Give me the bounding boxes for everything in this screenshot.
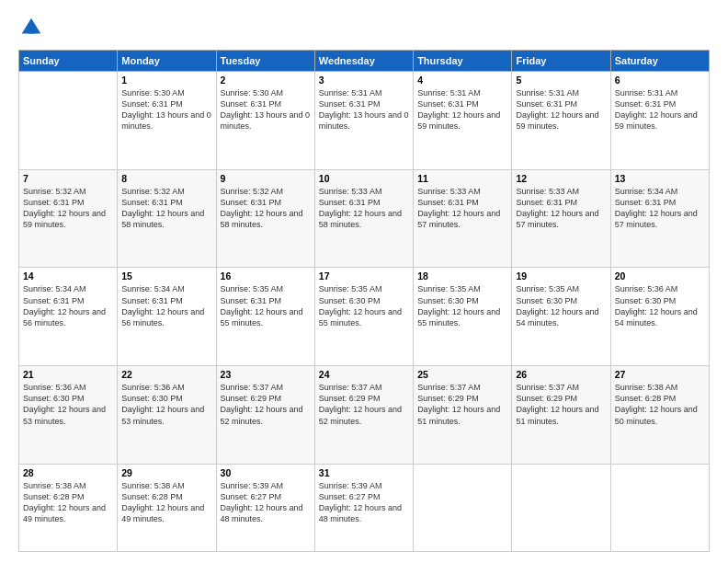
week-row: 28Sunrise: 5:38 AMSunset: 6:28 PMDayligh… — [19, 464, 710, 551]
day-info: Sunrise: 5:30 AMSunset: 6:31 PMDaylight:… — [121, 87, 211, 132]
day-info: Sunrise: 5:32 AMSunset: 6:31 PMDaylight:… — [23, 186, 113, 231]
day-cell: 14Sunrise: 5:34 AMSunset: 6:31 PMDayligh… — [19, 268, 118, 366]
day-number: 18 — [417, 270, 507, 282]
day-info: Sunrise: 5:35 AMSunset: 6:30 PMDaylight:… — [319, 283, 409, 328]
day-cell: 9Sunrise: 5:32 AMSunset: 6:31 PMDaylight… — [216, 169, 314, 268]
day-info: Sunrise: 5:38 AMSunset: 6:28 PMDaylight:… — [23, 480, 113, 525]
day-cell: 26Sunrise: 5:37 AMSunset: 6:29 PMDayligh… — [512, 366, 610, 465]
day-cell: 6Sunrise: 5:31 AMSunset: 6:31 PMDaylight… — [610, 72, 709, 170]
day-number: 10 — [319, 173, 409, 184]
day-header: Monday — [118, 51, 216, 72]
day-cell: 12Sunrise: 5:33 AMSunset: 6:31 PMDayligh… — [512, 169, 610, 268]
logo — [18, 15, 48, 40]
day-cell: 29Sunrise: 5:38 AMSunset: 6:28 PMDayligh… — [118, 464, 216, 551]
day-number: 22 — [121, 369, 211, 380]
week-row: 1Sunrise: 5:30 AMSunset: 6:31 PMDaylight… — [19, 72, 710, 170]
day-number: 4 — [417, 75, 507, 86]
day-info: Sunrise: 5:35 AMSunset: 6:30 PMDaylight:… — [516, 283, 606, 328]
day-info: Sunrise: 5:39 AMSunset: 6:27 PMDaylight:… — [221, 480, 311, 525]
day-number: 27 — [615, 369, 705, 380]
day-info: Sunrise: 5:36 AMSunset: 6:30 PMDaylight:… — [615, 283, 705, 328]
day-cell: 24Sunrise: 5:37 AMSunset: 6:29 PMDayligh… — [314, 366, 413, 465]
day-info: Sunrise: 5:32 AMSunset: 6:31 PMDaylight:… — [121, 186, 211, 231]
day-cell: 17Sunrise: 5:35 AMSunset: 6:30 PMDayligh… — [314, 268, 413, 366]
day-cell: 28Sunrise: 5:38 AMSunset: 6:28 PMDayligh… — [19, 464, 118, 551]
day-number: 5 — [516, 75, 606, 86]
empty-cell — [512, 464, 610, 551]
day-info: Sunrise: 5:37 AMSunset: 6:29 PMDaylight:… — [221, 382, 311, 427]
day-cell: 23Sunrise: 5:37 AMSunset: 6:29 PMDayligh… — [216, 366, 314, 465]
day-number: 8 — [121, 173, 211, 184]
empty-cell — [610, 464, 709, 551]
day-number: 17 — [319, 270, 409, 282]
day-number: 31 — [319, 467, 409, 478]
day-cell: 21Sunrise: 5:36 AMSunset: 6:30 PMDayligh… — [19, 366, 118, 465]
day-number: 14 — [23, 270, 113, 282]
day-header: Tuesday — [216, 51, 314, 72]
day-cell: 7Sunrise: 5:32 AMSunset: 6:31 PMDaylight… — [19, 169, 118, 268]
day-number: 23 — [221, 369, 311, 380]
day-cell: 18Sunrise: 5:35 AMSunset: 6:30 PMDayligh… — [414, 268, 512, 366]
day-info: Sunrise: 5:37 AMSunset: 6:29 PMDaylight:… — [516, 382, 606, 427]
day-info: Sunrise: 5:38 AMSunset: 6:28 PMDaylight:… — [615, 382, 705, 427]
day-number: 26 — [516, 369, 606, 380]
svg-rect-1 — [28, 27, 34, 33]
logo-icon — [18, 15, 44, 40]
empty-cell — [19, 72, 118, 170]
day-number: 2 — [221, 75, 311, 86]
day-info: Sunrise: 5:31 AMSunset: 6:31 PMDaylight:… — [417, 87, 507, 132]
day-number: 11 — [417, 173, 507, 184]
day-info: Sunrise: 5:31 AMSunset: 6:31 PMDaylight:… — [516, 87, 606, 132]
day-number: 7 — [23, 173, 113, 184]
day-number: 30 — [221, 467, 311, 478]
day-header: Wednesday — [314, 51, 413, 72]
day-info: Sunrise: 5:31 AMSunset: 6:31 PMDaylight:… — [319, 87, 409, 132]
day-number: 3 — [319, 75, 409, 86]
day-number: 28 — [23, 467, 113, 478]
week-row: 14Sunrise: 5:34 AMSunset: 6:31 PMDayligh… — [19, 268, 710, 366]
day-number: 1 — [121, 75, 211, 86]
day-info: Sunrise: 5:35 AMSunset: 6:31 PMDaylight:… — [221, 283, 311, 328]
day-cell: 16Sunrise: 5:35 AMSunset: 6:31 PMDayligh… — [216, 268, 314, 366]
day-cell: 5Sunrise: 5:31 AMSunset: 6:31 PMDaylight… — [512, 72, 610, 170]
day-header: Saturday — [610, 51, 709, 72]
day-info: Sunrise: 5:32 AMSunset: 6:31 PMDaylight:… — [221, 186, 311, 231]
day-cell: 3Sunrise: 5:31 AMSunset: 6:31 PMDaylight… — [314, 72, 413, 170]
header — [18, 15, 710, 40]
day-number: 21 — [23, 369, 113, 380]
day-number: 29 — [121, 467, 211, 478]
calendar-header-row: SundayMondayTuesdayWednesdayThursdayFrid… — [19, 51, 710, 72]
empty-cell — [414, 464, 512, 551]
day-info: Sunrise: 5:33 AMSunset: 6:31 PMDaylight:… — [319, 186, 409, 231]
day-cell: 27Sunrise: 5:38 AMSunset: 6:28 PMDayligh… — [610, 366, 709, 465]
day-cell: 31Sunrise: 5:39 AMSunset: 6:27 PMDayligh… — [314, 464, 413, 551]
day-cell: 11Sunrise: 5:33 AMSunset: 6:31 PMDayligh… — [414, 169, 512, 268]
day-info: Sunrise: 5:37 AMSunset: 6:29 PMDaylight:… — [319, 382, 409, 427]
day-info: Sunrise: 5:38 AMSunset: 6:28 PMDaylight:… — [121, 480, 211, 525]
day-number: 6 — [615, 75, 705, 86]
calendar-table: SundayMondayTuesdayWednesdayThursdayFrid… — [18, 50, 710, 552]
day-cell: 10Sunrise: 5:33 AMSunset: 6:31 PMDayligh… — [314, 169, 413, 268]
day-cell: 13Sunrise: 5:34 AMSunset: 6:31 PMDayligh… — [610, 169, 709, 268]
day-cell: 19Sunrise: 5:35 AMSunset: 6:30 PMDayligh… — [512, 268, 610, 366]
day-info: Sunrise: 5:33 AMSunset: 6:31 PMDaylight:… — [516, 186, 606, 231]
day-info: Sunrise: 5:37 AMSunset: 6:29 PMDaylight:… — [417, 382, 507, 427]
day-info: Sunrise: 5:36 AMSunset: 6:30 PMDaylight:… — [121, 382, 211, 427]
day-info: Sunrise: 5:34 AMSunset: 6:31 PMDaylight:… — [121, 283, 211, 328]
day-header: Friday — [512, 51, 610, 72]
day-info: Sunrise: 5:31 AMSunset: 6:31 PMDaylight:… — [615, 87, 705, 132]
day-info: Sunrise: 5:33 AMSunset: 6:31 PMDaylight:… — [417, 186, 507, 231]
day-header: Sunday — [19, 51, 118, 72]
day-cell: 2Sunrise: 5:30 AMSunset: 6:31 PMDaylight… — [216, 72, 314, 170]
day-cell: 22Sunrise: 5:36 AMSunset: 6:30 PMDayligh… — [118, 366, 216, 465]
day-cell: 1Sunrise: 5:30 AMSunset: 6:31 PMDaylight… — [118, 72, 216, 170]
day-cell: 20Sunrise: 5:36 AMSunset: 6:30 PMDayligh… — [610, 268, 709, 366]
day-number: 15 — [121, 270, 211, 282]
day-info: Sunrise: 5:34 AMSunset: 6:31 PMDaylight:… — [615, 186, 705, 231]
day-header: Thursday — [414, 51, 512, 72]
day-number: 25 — [417, 369, 507, 380]
day-info: Sunrise: 5:36 AMSunset: 6:30 PMDaylight:… — [23, 382, 113, 427]
day-cell: 4Sunrise: 5:31 AMSunset: 6:31 PMDaylight… — [414, 72, 512, 170]
week-row: 7Sunrise: 5:32 AMSunset: 6:31 PMDaylight… — [19, 169, 710, 268]
day-info: Sunrise: 5:34 AMSunset: 6:31 PMDaylight:… — [23, 283, 113, 328]
